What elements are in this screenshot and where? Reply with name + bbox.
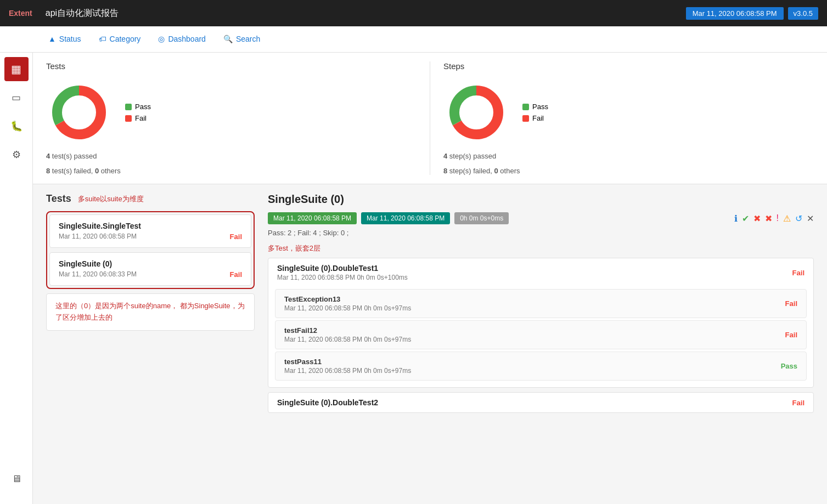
test-item-2-date: Mar 11, 2020 06:08:33 PM — [59, 270, 137, 279]
suite-1-meta: Mar 11, 2020 06:08:58 PM 0h 0m 0s+100ms — [277, 274, 408, 281]
test-case-2[interactable]: testFail12 Mar 11, 2020 06:08:58 PM 0h 0… — [275, 320, 807, 349]
version-badge: v3.0.5 — [788, 7, 818, 20]
pass-dot — [125, 104, 132, 110]
suite-1-status: Fail — [792, 269, 805, 277]
case-1-date: Mar 11, 2020 06:08:58 PM — [284, 304, 362, 312]
nav-status[interactable]: ▲ Status — [40, 26, 90, 53]
case-2-meta: Mar 11, 2020 06:08:58 PM 0h 0m 0s+97ms — [284, 336, 411, 343]
tests-summary-panel: Tests — [46, 61, 417, 175]
case-3-duration: 0h 0m 0s+97ms — [364, 367, 411, 375]
sidebar-item-monitor[interactable]: 🖥 — [4, 467, 29, 491]
exclamation-icon[interactable]: ! — [777, 213, 779, 223]
nav-category[interactable]: 🏷 Category — [90, 26, 150, 53]
detail-header: SingleSuite (0) — [268, 193, 814, 206]
tests-fail-count: 8 — [46, 167, 50, 175]
sidebar-item-list[interactable]: ▭ — [4, 86, 29, 110]
nav-dashboard[interactable]: ◎ Dashboard — [149, 26, 215, 53]
case-2-duration: 0h 0m 0s+97ms — [364, 336, 411, 343]
test-item-2-status: Fail — [230, 270, 242, 279]
test-item-1-status: Fail — [230, 233, 242, 241]
case-2-status: Fail — [785, 331, 797, 339]
detail-note: 多Test，嵌套2层 — [268, 243, 814, 253]
test-case-1[interactable]: TestException13 Mar 11, 2020 06:08:58 PM… — [275, 289, 807, 318]
test-item-1-date: Mar 11, 2020 06:08:58 PM — [59, 233, 137, 241]
refresh-icon[interactable]: ↺ — [795, 213, 802, 224]
nav-category-label: Category — [110, 35, 141, 43]
info-icon[interactable]: ℹ — [734, 213, 738, 224]
suite-2-name: SingleSuite (0).DoubleTest2 — [277, 398, 378, 407]
nav-bar: ▲ Status 🏷 Category ◎ Dashboard 🔍 Search — [0, 26, 827, 53]
detail-title: SingleSuite (0) — [268, 193, 344, 206]
suite-item-1: SingleSuite (0).DoubleTest1 Mar 11, 2020… — [268, 258, 814, 388]
case-1-status: Fail — [785, 299, 797, 308]
annotation-box: 这里的（0）是因为两个suite的name， 都为SingleSuite，为了区… — [46, 293, 255, 331]
test-item-1[interactable]: SingleSuite.SingleTest Mar 11, 2020 06:0… — [49, 214, 251, 248]
test-item-2[interactable]: SingleSuite (0) Mar 11, 2020 06:08:33 PM… — [49, 252, 251, 286]
brand-label: Extent — [9, 9, 32, 18]
detail-badges: Mar 11, 2020 06:08:58 PM Mar 11, 2020 06… — [268, 212, 814, 224]
suite-1-date: Mar 11, 2020 06:08:58 PM — [277, 274, 355, 281]
suite-2-info: SingleSuite (0).DoubleTest2 — [277, 398, 378, 407]
suite-1-info: SingleSuite (0).DoubleTest1 Mar 11, 2020… — [277, 264, 408, 281]
annotation-text: 这里的（0）是因为两个suite的name， 都为SingleSuite，为了区… — [55, 301, 245, 324]
selected-group-box: SingleSuite.SingleTest Mar 11, 2020 06:0… — [46, 211, 255, 289]
tests-list-note: 多suite以suite为维度 — [78, 194, 144, 204]
nav-search-label: Search — [236, 35, 260, 43]
tests-stats-failed: 8 test(s) failed, 0 others — [46, 167, 417, 175]
case-1-info: TestException13 Mar 11, 2020 06:08:58 PM… — [284, 295, 411, 312]
badge-duration: 0h 0m 0s+0ms — [454, 212, 509, 224]
sidebar-item-dashboard[interactable]: ▦ — [4, 57, 29, 81]
tests-summary-title: Tests — [46, 61, 417, 71]
case-3-meta: Mar 11, 2020 06:08:58 PM 0h 0m 0s+97ms — [284, 367, 411, 375]
test-item-2-meta: Mar 11, 2020 06:08:33 PM Fail — [59, 270, 242, 279]
sidebar-item-bug[interactable]: 🐛 — [4, 114, 29, 138]
close-icon-2[interactable]: ✖ — [765, 213, 772, 224]
check-icon[interactable]: ✔ — [742, 213, 749, 224]
case-1-meta: Mar 11, 2020 06:08:58 PM 0h 0m 0s+97ms — [284, 304, 411, 312]
tests-other-count: 0 — [95, 167, 99, 175]
nav-search[interactable]: 🔍 Search — [215, 26, 269, 53]
detail-icons: ℹ ✔ ✖ ✖ ! ⚠ ↺ ✕ — [734, 213, 814, 224]
tests-pass-count: 4 — [46, 152, 50, 160]
fail-dot — [125, 115, 132, 122]
suite-2-header[interactable]: SingleSuite (0).DoubleTest2 Fail — [268, 393, 813, 412]
case-3-info: testPass11 Mar 11, 2020 06:08:58 PM 0h 0… — [284, 358, 411, 375]
category-icon: 🏷 — [99, 35, 106, 43]
steps-pass-count: 4 — [443, 152, 447, 160]
timestamp-badge: Mar 11, 2020 06:08:58 PM — [686, 7, 784, 20]
case-1-name: TestException13 — [284, 295, 411, 303]
case-2-name: testFail12 — [284, 326, 411, 335]
tests-pass-legend: Pass — [125, 103, 151, 111]
summary-section: Tests — [33, 53, 827, 184]
x-close-icon[interactable]: ✕ — [807, 213, 814, 224]
suite-2-status: Fail — [792, 399, 805, 407]
test-item-1-meta: Mar 11, 2020 06:08:58 PM Fail — [59, 233, 242, 241]
suite-1-name: SingleSuite (0).DoubleTest1 — [277, 264, 408, 273]
tests-legend: Pass Fail — [125, 103, 151, 122]
test-item-2-name: SingleSuite (0) — [59, 259, 242, 268]
suite-1-duration: 0h 0m 0s+100ms — [357, 274, 407, 281]
close-icon-1[interactable]: ✖ — [753, 213, 761, 224]
case-1-duration: 0h 0m 0s+97ms — [364, 304, 411, 312]
sidebar-item-settings[interactable]: ⚙ — [4, 143, 29, 167]
steps-fail-legend: Fail — [522, 114, 548, 122]
search-icon: 🔍 — [223, 35, 233, 43]
badge-start: Mar 11, 2020 06:08:58 PM — [268, 212, 357, 224]
steps-chart-area: Pass Fail — [443, 80, 814, 145]
detail-panel: SingleSuite (0) Mar 11, 2020 06:08:58 PM… — [268, 193, 814, 414]
steps-stats-passed: 4 step(s) passed — [443, 152, 814, 160]
steps-pass-label: Pass — [532, 103, 548, 111]
test-case-3[interactable]: testPass11 Mar 11, 2020 06:08:58 PM 0h 0… — [275, 352, 807, 381]
tests-donut-svg — [46, 80, 112, 145]
case-2-info: testFail12 Mar 11, 2020 06:08:58 PM 0h 0… — [284, 326, 411, 343]
dashboard-icon: ◎ — [158, 35, 165, 43]
tests-list: Tests 多suite以suite为维度 SingleSuite.Single… — [46, 193, 255, 414]
steps-other-count: 0 — [494, 167, 498, 175]
steps-stats-failed: 8 step(s) failed, 0 others — [443, 167, 814, 175]
tests-fail-legend: Fail — [125, 114, 151, 122]
status-icon: ▲ — [48, 35, 56, 43]
warning-icon[interactable]: ⚠ — [783, 213, 791, 224]
suite-1-header[interactable]: SingleSuite (0).DoubleTest1 Mar 11, 2020… — [268, 258, 813, 287]
nav-status-label: Status — [59, 35, 81, 43]
tests-chart-area: Pass Fail — [46, 80, 417, 145]
